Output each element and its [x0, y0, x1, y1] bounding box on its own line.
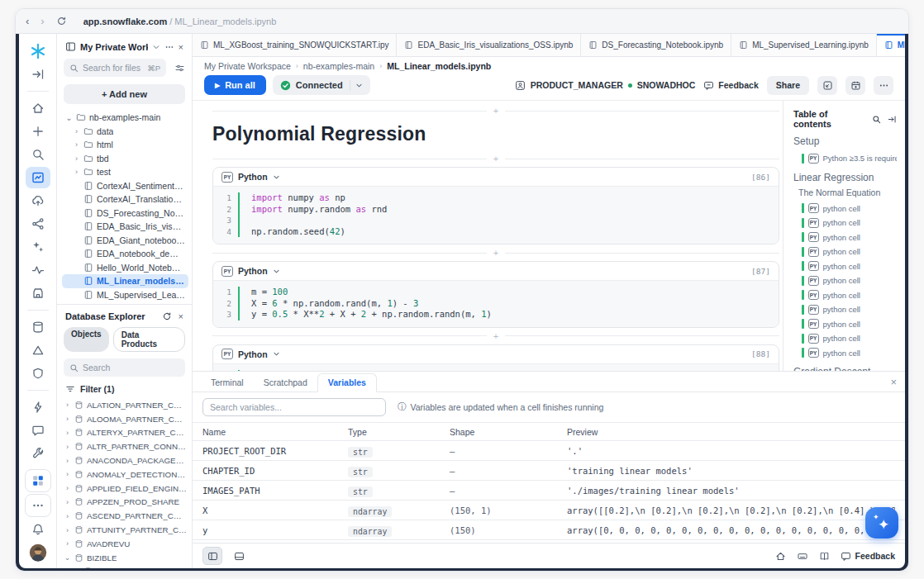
toc-cell-item[interactable]: PYpython cell — [802, 259, 897, 274]
toc-cell-item[interactable]: PYpython cell — [802, 273, 897, 288]
add-cell-divider[interactable]: + — [212, 104, 779, 117]
toc-collapse-icon[interactable] — [888, 115, 897, 124]
sidebar-item-ai-ml[interactable] — [26, 236, 50, 258]
db-schema-item[interactable]: ›INFORMATION_SCHEMA — [62, 565, 188, 568]
panel-tab-scratchpad[interactable]: Scratchpad — [254, 374, 317, 392]
connected-dropdown[interactable]: Connected — [273, 75, 370, 95]
sidebar-item-more-options[interactable] — [25, 494, 51, 517]
sidebar-item-governance[interactable] — [26, 363, 50, 384]
tree-folder[interactable]: ›data — [62, 125, 188, 139]
feedback-button[interactable]: Feedback — [703, 80, 758, 91]
sidebar-item-user-avatar[interactable] — [26, 542, 50, 563]
cell-header[interactable]: PYPython[87] — [213, 262, 779, 281]
tree-folder[interactable]: ›html — [62, 138, 188, 152]
db-database-item[interactable]: ›APPZEN_PROD_SHARE — [62, 496, 188, 510]
open-window-button[interactable] — [817, 76, 837, 95]
sidebar-item-collapse-rail[interactable] — [26, 64, 50, 85]
db-database-item[interactable]: ›APPLIED_FIELD_ENGINEERI... — [62, 482, 188, 496]
panel-tab-terminal[interactable]: Terminal — [201, 374, 254, 392]
collapse-panel-icon[interactable]: × — [179, 42, 183, 52]
more-icon[interactable] — [164, 42, 174, 52]
toc-cell-item[interactable]: PYpython cell — [802, 317, 897, 332]
filter-sliders-icon[interactable] — [174, 63, 185, 74]
tree-file[interactable]: Hello_World_Notebook.ipy... — [62, 261, 188, 275]
db-database-item[interactable]: ›ANACONDA_PACKAGE_SH... — [62, 453, 188, 467]
sidebar-item-data[interactable] — [26, 316, 50, 338]
forward-icon[interactable]: › — [40, 16, 44, 26]
breadcrumb-workspace[interactable]: My Private Workspace — [204, 61, 291, 71]
toc-cell-item[interactable]: PYpython cell — [802, 202, 897, 216]
db-database-item[interactable]: ›ALATION_PARTNER_CONN... — [62, 398, 188, 412]
file-tab[interactable]: ML_Linear_models.ipynb — [877, 34, 905, 56]
sidebar-item-search[interactable] — [26, 144, 50, 165]
variable-row[interactable]: CHAPTER_IDstr–'training_linear_models' — [193, 461, 905, 481]
file-search-input[interactable] — [83, 63, 141, 73]
share-button[interactable]: Share — [767, 76, 809, 95]
toc-cell-item[interactable]: PYpython cell — [802, 230, 897, 245]
schedule-button[interactable] — [845, 76, 865, 95]
more-actions-button[interactable] — [874, 76, 893, 95]
chevron-down-icon[interactable] — [152, 43, 160, 51]
db-database-item[interactable]: ›ALTERYX_PARTNER_CONN... — [62, 426, 188, 440]
sidebar-item-admin[interactable] — [26, 396, 50, 418]
add-cell-divider[interactable]: + — [212, 246, 779, 259]
toc-section[interactable]: Linear Regression — [793, 172, 897, 183]
sidebar-item-data-ingestion[interactable] — [26, 190, 50, 211]
role-warehouse-selector[interactable]: PRODUCT_MANAGER SNOWADHOC — [515, 80, 696, 91]
tree-file[interactable]: EDA_Basic_Iris_visualizatio... — [62, 220, 188, 234]
db-search-input[interactable] — [83, 363, 141, 373]
db-database-item[interactable]: ›ATTUNITY_PARTNER_CON... — [62, 523, 188, 537]
sidebar-item-tools[interactable] — [26, 443, 50, 464]
toggle-bottom-panel[interactable] — [229, 547, 249, 565]
toc-cell-item[interactable]: PYpython cell — [802, 302, 897, 317]
sidebar-item-collaboration[interactable] — [26, 213, 50, 235]
back-icon[interactable]: ‹ — [26, 16, 29, 26]
chevron-down-icon[interactable] — [273, 350, 280, 358]
db-filter[interactable]: Filter (1) — [57, 378, 192, 397]
variable-row[interactable]: IMAGES_PATHstr–'./images/training_linear… — [193, 481, 905, 501]
home-shortcut-icon[interactable] — [775, 551, 786, 562]
db-database-item[interactable]: ›AVADREVU — [62, 537, 188, 551]
db-database-item[interactable]: ›ALTR_PARTNER_CONNECT — [62, 439, 188, 453]
feedback-button-bottom[interactable]: Feedback — [841, 551, 895, 562]
chevron-down-icon[interactable] — [273, 268, 280, 275]
file-tab[interactable]: ML_XGBoost_training_SNOWQUICKSTART.ipy — [193, 34, 397, 56]
tree-folder[interactable]: ›tbd — [62, 152, 188, 166]
db-tab-objects[interactable]: Objects — [64, 327, 109, 352]
tree-file[interactable]: CortexAI_Translation_SNO... — [62, 192, 188, 206]
db-database-item[interactable]: ⌄BIZIBLE — [62, 551, 188, 565]
tree-file[interactable]: EDA_Giant_notebook_170c... — [62, 234, 188, 248]
sidebar-item-create-new[interactable] — [26, 121, 50, 142]
toc-search-icon[interactable] — [872, 115, 881, 124]
add-cell-divider[interactable]: + — [212, 152, 779, 165]
panel-tab-variables[interactable]: Variables — [317, 373, 377, 392]
sidebar-item-data-lake[interactable] — [26, 339, 50, 361]
toc-cell-item[interactable]: PYPython ≥3.5 is required — [802, 151, 897, 166]
cell-code[interactable]: 1plt.plot(X, y, "b.")2plt.xlabel("$x_1$"… — [213, 364, 779, 372]
toc-cell-item[interactable]: PYpython cell — [802, 216, 897, 230]
sidebar-item-notifications[interactable] — [26, 519, 50, 540]
toc-cell-item[interactable]: PYpython cell — [802, 244, 897, 259]
cell-code[interactable]: 1m = 1002X = 6 * np.random.rand(m, 1) - … — [213, 281, 779, 327]
db-tab-data-products[interactable]: Data Products — [113, 327, 185, 352]
sidebar-item-marketplace[interactable] — [26, 282, 50, 304]
db-search[interactable] — [64, 358, 185, 377]
breadcrumb-repo[interactable]: nb-examples-main — [303, 61, 374, 71]
file-tab[interactable]: DS_Forecasting_Notebook.ipynb — [581, 34, 731, 56]
tree-file[interactable]: CortexAI_Sentiment_Anal... — [62, 179, 188, 193]
tree-file[interactable]: DS_Forecasting_Noteboo... — [62, 206, 188, 221]
variable-row[interactable]: PROJECT_ROOT_DIRstr–'.' — [193, 441, 905, 461]
tree-file[interactable]: ML_Supervised_Learning.i... — [62, 288, 188, 302]
keyboard-icon[interactable] — [797, 551, 808, 562]
tree-folder[interactable]: ›test — [62, 165, 188, 179]
add-new-button[interactable]: + Add new — [64, 84, 185, 104]
variable-row[interactable]: yndarray(150)array([0, 0, 0, 0, 0, 0, 0,… — [193, 520, 905, 540]
tree-file[interactable]: EDA_notebook_demo.ipynb — [62, 247, 188, 261]
file-search[interactable]: ⌘P — [64, 59, 166, 77]
sidebar-item-apps-grid[interactable] — [25, 469, 51, 492]
toc-subsection[interactable]: The Normal Equation — [798, 187, 897, 197]
toggle-left-panel[interactable] — [202, 547, 222, 565]
toc-cell-item[interactable]: PYpython cell — [802, 331, 897, 346]
tree-folder[interactable]: ⌄nb-examples-main — [62, 111, 188, 125]
toc-section[interactable]: Setup — [793, 135, 897, 147]
